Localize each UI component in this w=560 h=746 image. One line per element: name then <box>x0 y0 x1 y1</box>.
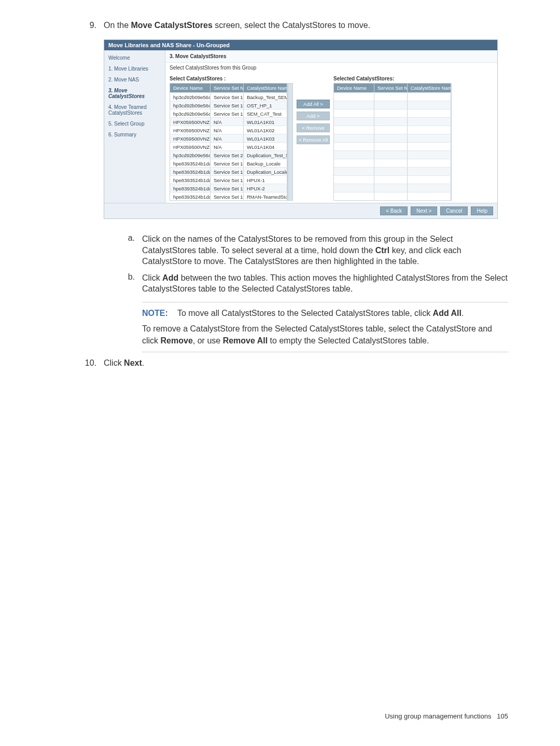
table-row[interactable]: HPX059500VNZN/AWL01A1K01 <box>170 117 287 126</box>
wizard-step-item[interactable]: 5. Select Group <box>104 118 165 129</box>
cancel-button[interactable]: Cancel <box>440 206 468 215</box>
step-10: 10. Click Next. <box>83 358 508 368</box>
step-10-num: 10. <box>83 358 104 368</box>
add-button[interactable]: Add > <box>297 112 330 120</box>
table-row[interactable] <box>334 167 451 175</box>
table-row[interactable]: hpe8393524b1daService Set 1HPUX-1 <box>170 175 287 184</box>
table-row[interactable] <box>334 109 451 117</box>
col-catalyst-r: CatalystStore Name <box>408 84 451 92</box>
table-row[interactable]: hpe8393524b1daService Set 1Duplication_L… <box>170 167 287 175</box>
table-row[interactable] <box>334 150 451 159</box>
table-row[interactable]: hpe8393524b1daService Set 1Backup_Locale <box>170 159 287 167</box>
scrollbar[interactable] <box>288 83 293 201</box>
step-9: 9. On the Move CatalystStores screen, se… <box>83 21 508 30</box>
remove-button[interactable]: < Remove <box>297 123 330 132</box>
selected-label: Selected CatalystStores: <box>333 76 452 83</box>
table-row[interactable] <box>334 184 451 192</box>
col-service-r: Service Set Name <box>374 84 408 92</box>
table-row[interactable]: HPX059500VNZN/AWL01A1K04 <box>170 142 287 150</box>
wizard-step-item[interactable]: 4. Move Teamed CatalystStores <box>104 102 165 118</box>
step-10-text: Click Next. <box>104 358 508 368</box>
wizard-step-item[interactable]: 3. Move CatalystStores <box>104 85 165 102</box>
selected-table: Device Name Service Set Name CatalystSto… <box>333 83 452 201</box>
note-block: NOTE: To move all CatalystStores to the … <box>142 302 508 352</box>
table-row[interactable] <box>334 126 451 134</box>
table-row[interactable]: hp3cd92b09e56cService Set 1OST_HP_1 <box>170 101 287 109</box>
wizard-heading: 3. Move CatalystStores <box>165 50 497 63</box>
select-table-header: Device Name Service Set Name CatalystSto… <box>170 84 287 92</box>
table-row[interactable] <box>334 101 451 109</box>
table-row[interactable]: hp3cd92b09e56cService Set 1SEM_CAT_Test <box>170 109 287 117</box>
table-row[interactable] <box>334 192 451 200</box>
table-row[interactable]: hp3cd92b09e56cService Set 2Duplication_T… <box>170 150 287 159</box>
next-button[interactable]: Next > <box>411 206 437 215</box>
wizard-subtitle: Select CatalystStores from this Group <box>165 63 497 73</box>
table-row[interactable] <box>334 175 451 184</box>
table-row[interactable]: HPX059500VNZN/AWL01A1K03 <box>170 134 287 142</box>
table-row[interactable]: hp3cd92b09e56cService Set 1Backup_Test_S… <box>170 92 287 101</box>
table-row[interactable]: hpe8393524b1daService Set 1HPUX-2 <box>170 184 287 192</box>
back-button[interactable]: < Back <box>380 206 408 215</box>
wizard-step-item[interactable]: Welcome <box>104 52 165 63</box>
page-footer: Using group management functions 105 <box>385 712 508 720</box>
selected-table-header: Device Name Service Set Name CatalystSto… <box>334 84 451 92</box>
help-button[interactable]: Help <box>471 206 493 215</box>
wizard-dialog: Move Libraries and NAS Share - Un-Groupe… <box>104 39 498 219</box>
table-row[interactable] <box>334 142 451 150</box>
wizard-step-item[interactable]: 2. Move NAS <box>104 74 165 85</box>
table-row[interactable] <box>334 117 451 126</box>
remove-all-button[interactable]: < Remove All <box>297 135 330 144</box>
col-service: Service Set Name <box>211 84 244 92</box>
selected-catalyststores-panel: Selected CatalystStores: Device Name Ser… <box>333 76 452 201</box>
wizard-main: 3. Move CatalystStores Select CatalystSt… <box>165 50 497 203</box>
table-row[interactable]: hpe8393524b1daService Set 1RMAN-TeamedSt… <box>170 192 287 200</box>
step-9-text: On the Move CatalystStores screen, selec… <box>104 21 508 30</box>
col-device-r: Device Name <box>334 84 374 92</box>
table-row[interactable] <box>334 92 451 101</box>
select-table: Device Name Service Set Name CatalystSto… <box>170 83 288 201</box>
col-catalyst: CatalystStore Name <box>244 84 287 92</box>
table-row[interactable]: HPX059500VNZN/AWL01A1K02 <box>170 126 287 134</box>
table-row[interactable] <box>334 134 451 142</box>
add-all-button[interactable]: Add All > <box>297 100 330 108</box>
table-row[interactable] <box>334 159 451 167</box>
wizard-step-item[interactable]: 1. Move Libraries <box>104 63 165 74</box>
wizard-step-item[interactable]: 6. Summary <box>104 129 165 140</box>
step-9-num: 9. <box>83 21 104 30</box>
substep-b: b. Click Add between the two tables. Thi… <box>124 272 508 295</box>
note-label: NOTE: <box>142 309 168 317</box>
select-catalyststores-panel: Select CatalystStores : Device Name Serv… <box>170 76 293 201</box>
transfer-buttons: Add All > Add > < Remove < Remove All <box>296 76 330 144</box>
substep-a: a. Click on the names of the CatalystSto… <box>124 233 508 267</box>
col-device: Device Name <box>170 84 211 92</box>
select-label: Select CatalystStores : <box>170 76 293 83</box>
wizard-title: Move Libraries and NAS Share - Un-Groupe… <box>104 40 497 50</box>
wizard-footer: < Back Next > Cancel Help <box>104 203 497 218</box>
wizard-step-sidebar: Welcome1. Move Libraries2. Move NAS3. Mo… <box>104 50 165 203</box>
